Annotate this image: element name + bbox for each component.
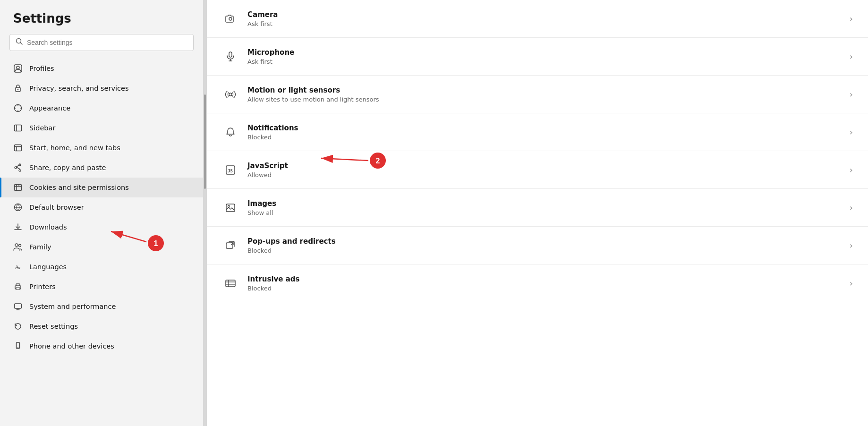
sidebar-scrollbar xyxy=(203,0,207,426)
sidebar-item-default-browser[interactable]: Default browser xyxy=(0,197,203,217)
search-icon xyxy=(16,38,23,47)
popups-subtitle: Blocked xyxy=(247,247,850,254)
ads-text: Intrusive ads Blocked xyxy=(247,275,850,292)
camera-text: Camera Ask first xyxy=(247,10,850,27)
motion-chevron: › xyxy=(850,89,853,99)
search-input[interactable] xyxy=(27,39,187,46)
sidebar-item-sidebar[interactable]: Sidebar xyxy=(0,118,203,138)
browser-icon xyxy=(13,203,23,212)
motion-subtitle: Allow sites to use motion and light sens… xyxy=(247,96,850,103)
sidebar-item-privacy[interactable]: Privacy, search, and services xyxy=(0,78,203,98)
svg-rect-49 xyxy=(226,243,233,248)
microphone-text: Microphone Ask first xyxy=(247,48,850,65)
microphone-chevron: › xyxy=(850,51,853,61)
permission-item-microphone[interactable]: Microphone Ask first › xyxy=(207,38,868,76)
javascript-title: JavaScript xyxy=(247,162,850,170)
settings-title: Settings xyxy=(0,11,203,34)
languages-icon: A a xyxy=(13,262,23,272)
notifications-chevron: › xyxy=(850,127,853,137)
images-icon xyxy=(222,199,239,216)
svg-rect-17 xyxy=(15,145,22,151)
permission-item-notifications[interactable]: Notifications Blocked › xyxy=(207,113,868,151)
phone-icon xyxy=(13,341,23,351)
ads-icon xyxy=(222,275,239,292)
svg-point-22 xyxy=(15,167,17,169)
sidebar-item-start-home-label: Start, home, and new tabs xyxy=(29,144,120,152)
cookies-icon xyxy=(13,183,23,192)
images-chevron: › xyxy=(850,203,853,213)
sidebar-item-default-browser-label: Default browser xyxy=(29,204,84,211)
sidebar-item-phone-label: Phone and other devices xyxy=(29,342,114,350)
images-title: Images xyxy=(247,199,850,208)
svg-rect-34 xyxy=(16,288,20,290)
svg-rect-47 xyxy=(226,204,235,212)
sidebar-item-languages[interactable]: A a Languages xyxy=(0,257,203,277)
profile-icon xyxy=(13,64,23,73)
motion-text: Motion or light sensors Allow sites to u… xyxy=(247,86,850,103)
microphone-title: Microphone xyxy=(247,48,850,57)
sidebar-item-downloads[interactable]: Downloads xyxy=(0,217,203,237)
svg-rect-41 xyxy=(229,52,232,57)
svg-line-9 xyxy=(21,43,23,45)
downloads-icon xyxy=(13,222,23,232)
sidebar-item-phone[interactable]: Phone and other devices xyxy=(0,336,203,356)
sidebar-item-downloads-label: Downloads xyxy=(29,223,67,231)
permission-item-javascript[interactable]: JS JavaScript Allowed › xyxy=(207,151,868,189)
javascript-chevron: › xyxy=(850,165,853,175)
notifications-icon xyxy=(222,124,239,141)
javascript-icon: JS xyxy=(222,162,239,179)
svg-text:a: a xyxy=(18,265,20,270)
javascript-subtitle: Allowed xyxy=(247,171,850,179)
search-box[interactable] xyxy=(9,34,194,51)
sidebar-item-system[interactable]: System and performance xyxy=(0,297,203,316)
sidebar-item-start-home[interactable]: Start, home, and new tabs xyxy=(0,138,203,158)
sidebar-item-family[interactable]: Family xyxy=(0,237,203,257)
svg-rect-23 xyxy=(15,185,22,191)
sidebar-item-appearance[interactable]: Appearance xyxy=(0,98,203,118)
sidebar-item-share[interactable]: Share, copy and paste xyxy=(0,158,203,178)
camera-subtitle: Ask first xyxy=(247,20,850,27)
sidebar: Settings Profiles Priva xyxy=(0,0,203,426)
sidebar-item-languages-label: Languages xyxy=(29,263,67,271)
ads-title: Intrusive ads xyxy=(247,275,850,283)
camera-icon xyxy=(222,10,239,27)
popups-chevron: › xyxy=(850,240,853,250)
printers-icon xyxy=(13,282,23,291)
share-icon xyxy=(13,163,23,172)
sensors-icon xyxy=(222,86,239,103)
permission-item-motion[interactable]: Motion or light sensors Allow sites to u… xyxy=(207,76,868,113)
permission-item-images[interactable]: Images Show all › xyxy=(207,189,868,227)
popups-title: Pop-ups and redirects xyxy=(247,237,850,246)
sidebar-item-printers[interactable]: Printers xyxy=(0,277,203,297)
permission-item-popups[interactable]: Pop-ups and redirects Blocked › xyxy=(207,227,868,264)
permission-item-camera[interactable]: Camera Ask first › xyxy=(207,0,868,38)
appearance-icon xyxy=(13,103,23,113)
svg-point-30 xyxy=(19,245,21,247)
notifications-text: Notifications Blocked xyxy=(247,124,850,141)
svg-point-11 xyxy=(17,66,19,69)
images-subtitle: Show all xyxy=(247,209,850,216)
sidebar-item-printers-label: Printers xyxy=(29,283,56,290)
svg-point-21 xyxy=(19,170,21,171)
svg-rect-35 xyxy=(15,304,22,308)
svg-point-48 xyxy=(228,205,230,207)
start-home-icon xyxy=(13,143,23,153)
sidebar-item-system-label: System and performance xyxy=(29,303,116,310)
popups-text: Pop-ups and redirects Blocked xyxy=(247,237,850,254)
sidebar-item-cookies-label: Cookies and site permissions xyxy=(29,184,129,191)
svg-rect-50 xyxy=(226,280,235,287)
ads-subtitle: Blocked xyxy=(247,285,850,292)
svg-point-40 xyxy=(229,17,232,20)
sidebar-item-share-label: Share, copy and paste xyxy=(29,164,106,171)
sidebar-item-profiles[interactable]: Profiles xyxy=(0,59,203,78)
notifications-title: Notifications xyxy=(247,124,850,132)
sidebar-item-reset[interactable]: Reset settings xyxy=(0,316,203,336)
svg-point-13 xyxy=(17,89,18,90)
sidebar-item-cookies[interactable]: Cookies and site permissions xyxy=(0,178,203,197)
camera-chevron: › xyxy=(850,14,853,24)
microphone-icon xyxy=(222,48,239,65)
permission-item-ads[interactable]: Intrusive ads Blocked › xyxy=(207,264,868,302)
sidebar-item-profiles-label: Profiles xyxy=(29,65,54,72)
notifications-subtitle: Blocked xyxy=(247,134,850,141)
svg-rect-15 xyxy=(15,125,22,131)
